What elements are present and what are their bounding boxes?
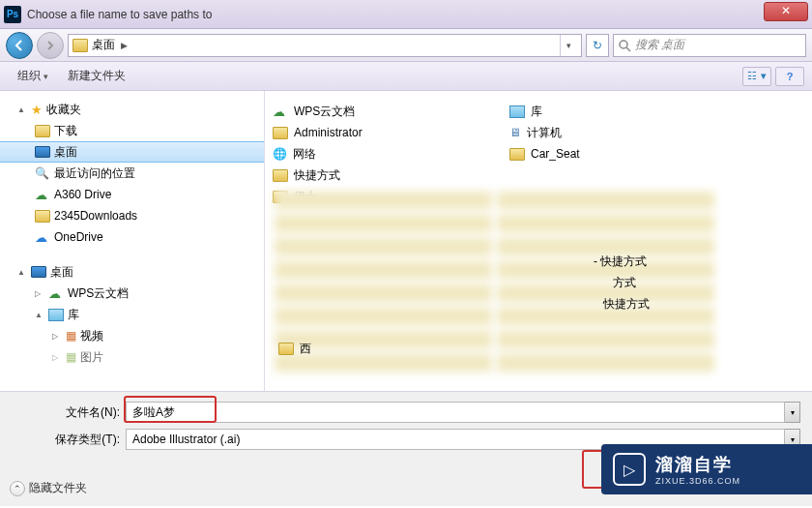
recent-icon: 🔍 — [35, 166, 50, 180]
chevron-icon: ⌃ — [10, 481, 25, 496]
sidebar-onedrive[interactable]: ☁OneDrive — [0, 226, 264, 248]
cloud-icon: ☁ — [273, 105, 288, 119]
file-item[interactable]: ☁WPS云文档 — [273, 101, 490, 122]
app-icon: Ps — [4, 6, 21, 23]
desktop-icon — [35, 146, 50, 158]
file-item[interactable]: Car_Seat — [509, 143, 727, 164]
sidebar-downloads[interactable]: 下载 — [0, 120, 264, 141]
file-item[interactable]: 🌐网络 — [273, 143, 490, 164]
svg-line-1 — [626, 47, 630, 51]
search-icon — [618, 39, 631, 52]
file-list[interactable]: ☁WPS云文档Administrator🌐网络快捷方式伊士 库🖥计算机Car_S… — [265, 91, 812, 391]
help-button[interactable]: ? — [775, 67, 804, 86]
address-text: 桌面 — [92, 37, 115, 53]
filename-input[interactable] — [126, 402, 785, 423]
sidebar-2345downloads[interactable]: 2345Downloads — [0, 205, 264, 226]
organize-menu[interactable]: 组织 — [8, 64, 58, 88]
filename-label: 文件名(N): — [12, 404, 126, 421]
sidebar-a360[interactable]: ☁A360 Drive — [0, 184, 264, 205]
onedrive-icon: ☁ — [35, 230, 50, 245]
folder-icon — [509, 148, 525, 161]
folder-icon — [72, 39, 88, 52]
address-bar[interactable]: 桌面 ▶ ▾ — [68, 34, 582, 57]
blurred-content — [497, 188, 714, 372]
refresh-button[interactable]: ↻ — [586, 34, 609, 57]
arrow-right-icon — [44, 40, 56, 51]
cloud-icon: ☁ — [48, 286, 64, 301]
cloud-icon: ☁ — [35, 188, 50, 202]
library-icon — [509, 105, 525, 118]
breadcrumb-separator[interactable]: ▶ — [121, 41, 128, 50]
watermark: ▷ 溜溜自学 ZIXUE.3D66.COM — [601, 444, 812, 494]
sidebar-favorites[interactable]: ▲★收藏夹 — [0, 99, 264, 120]
svg-point-0 — [620, 41, 627, 48]
sidebar-library[interactable]: ▲库 — [0, 304, 264, 325]
sidebar-pictures[interactable]: ▷▦图片 — [0, 346, 264, 368]
nav-back-button[interactable] — [6, 32, 33, 59]
window-title: Choose a file name to save paths to — [27, 8, 808, 21]
library-icon — [48, 309, 64, 321]
highlight-annotation — [124, 396, 217, 423]
view-mode-button[interactable]: ☷ ▾ — [742, 67, 771, 86]
sidebar-video[interactable]: ▷▦视频 — [0, 325, 264, 346]
computer-icon: 🖥 — [509, 126, 521, 139]
sidebar: ▲★收藏夹 下载 桌面 🔍最近访问的位置 ☁A360 Drive 2345Dow… — [0, 91, 265, 391]
desktop-icon — [31, 266, 46, 278]
folder-icon — [273, 169, 288, 182]
file-item[interactable]: Administrator — [273, 122, 490, 143]
search-placeholder: 搜索 桌面 — [635, 37, 684, 53]
address-dropdown[interactable]: ▾ — [560, 35, 577, 56]
star-icon: ★ — [31, 103, 43, 117]
close-button[interactable]: ✕ — [764, 2, 808, 21]
search-input[interactable]: 搜索 桌面 — [613, 34, 806, 57]
sidebar-recent[interactable]: 🔍最近访问的位置 — [0, 163, 264, 184]
nav-forward-button — [37, 32, 64, 59]
network-icon: 🌐 — [273, 147, 287, 161]
file-item[interactable]: 🖥计算机 — [509, 122, 727, 143]
file-item[interactable]: 快捷方式 — [273, 164, 490, 186]
arrow-left-icon — [13, 39, 26, 52]
sidebar-desktop[interactable]: 桌面 — [0, 141, 264, 163]
sidebar-wps[interactable]: ▷☁WPS云文档 — [0, 283, 264, 304]
new-folder-button[interactable]: 新建文件夹 — [58, 64, 135, 88]
folder-icon — [35, 125, 50, 137]
hide-folders-toggle[interactable]: ⌃ 隐藏文件夹 — [10, 480, 87, 496]
file-item[interactable]: 库 — [509, 101, 727, 122]
folder-icon — [35, 210, 50, 223]
filename-dropdown[interactable]: ▾ — [785, 402, 800, 423]
folder-icon — [273, 127, 288, 139]
sidebar-desktop-root[interactable]: ▲桌面 — [0, 261, 264, 283]
savetype-label: 保存类型(T): — [12, 432, 126, 448]
play-icon: ▷ — [613, 453, 646, 486]
